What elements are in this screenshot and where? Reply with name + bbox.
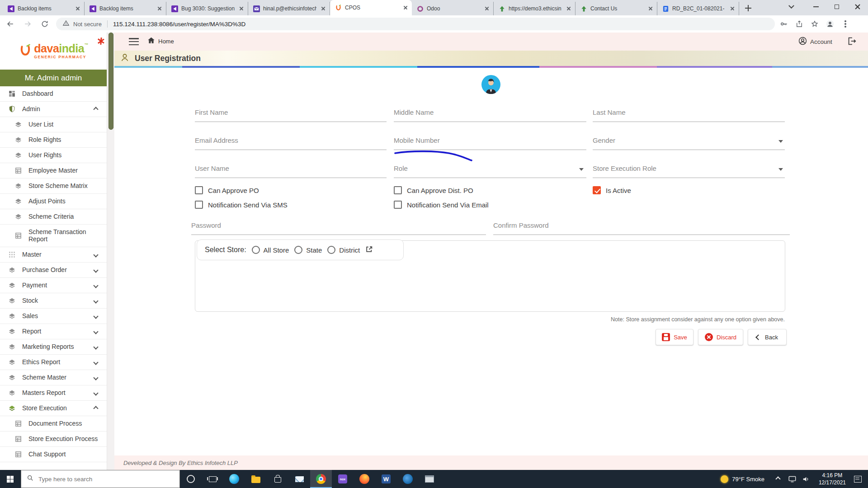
tab-spreadsheet[interactable]: RD_B2C_01-082021- B <box>657 2 739 15</box>
gender-dropdown-icon[interactable] <box>778 140 783 143</box>
volume-tray-icon[interactable] <box>802 476 810 483</box>
refresh-icon[interactable] <box>38 17 52 31</box>
profile-avatar-icon[interactable] <box>824 18 836 30</box>
tab-backlog-2[interactable]: Backlog items <box>85 2 166 15</box>
taskbar-icon-app-window[interactable] <box>419 470 440 488</box>
notification-sms-checkbox[interactable]: Notification Send Via SMS <box>195 201 288 209</box>
taskbar-icon-firefox[interactable] <box>354 470 375 488</box>
tab-bug-3030[interactable]: Bug 3030: Suggestion <box>166 2 248 15</box>
sidebar-item-payment[interactable]: Payment <box>0 278 107 293</box>
sidebar-item-adjust-points[interactable]: Adjust Points <box>0 194 107 209</box>
username-field[interactable]: User Name <box>195 164 229 172</box>
sidebar-item-dashboard[interactable]: Dashboard <box>0 86 107 102</box>
all-store-radio[interactable]: All Store <box>252 246 289 254</box>
tab-mail[interactable]: hinal.p@ethicsinfotech <box>248 2 330 15</box>
avatar[interactable] <box>481 75 501 96</box>
sidebar-item-store-scheme-matrix[interactable]: Store Scheme Matrix <box>0 178 107 194</box>
role-select[interactable]: Role <box>394 164 408 172</box>
sidebar-item-master[interactable]: Master <box>0 247 107 263</box>
state-radio[interactable]: State <box>294 246 322 254</box>
tab-close-icon[interactable] <box>483 5 491 12</box>
taskbar-icon-thunderbird[interactable] <box>397 470 419 488</box>
store-execution-role-dropdown-icon[interactable] <box>778 168 783 171</box>
sidebar-item-store-execution-process[interactable]: Store Execution Process <box>0 432 107 447</box>
taskbar-clock[interactable]: 4:16 PM 12/17/2021 <box>819 472 846 486</box>
discard-button[interactable]: Discard <box>698 329 743 345</box>
sidebar-item-purchase-order[interactable]: Purchase Order <box>0 263 107 278</box>
tab-close-icon[interactable] <box>565 5 572 12</box>
taskbar-icon-store[interactable] <box>267 470 288 488</box>
sidebar-item-scheme-transaction-report[interactable]: Scheme Transaction Report <box>0 225 107 247</box>
sidebar-item-sales[interactable]: Sales <box>0 309 107 324</box>
is-active-checkbox[interactable]: Is Active <box>593 186 631 194</box>
sidebar-item-chat-support[interactable]: Chat Support <box>0 447 107 462</box>
weather-widget[interactable]: 79°F Smoke <box>721 475 771 483</box>
tab-close-icon[interactable] <box>729 5 736 12</box>
password-field[interactable]: Password <box>191 221 221 229</box>
share-icon[interactable] <box>793 18 806 30</box>
sidebar-item-admin[interactable]: Admin <box>0 102 107 117</box>
district-radio[interactable]: District <box>327 246 360 254</box>
tab-close-icon[interactable] <box>647 5 654 12</box>
tab-cpos-active[interactable]: CPOS <box>330 0 412 15</box>
menu-dots-icon[interactable] <box>839 18 852 30</box>
middle-name-field[interactable]: Middle Name <box>394 108 434 116</box>
search-input[interactable] <box>38 476 165 483</box>
sidebar-item-scheme-criteria[interactable]: Scheme Criteria <box>0 209 107 225</box>
forward-icon[interactable] <box>21 17 34 31</box>
mobile-field[interactable]: Mobile Number <box>394 136 440 144</box>
sidebar-item-marketing-reports[interactable]: Marketing Reports <box>0 339 107 355</box>
taskbar-icon-mail[interactable] <box>288 470 310 488</box>
sidebar-item-scheme-master[interactable]: Scheme Master <box>0 370 107 385</box>
tab-close-icon[interactable] <box>156 5 163 12</box>
can-approve-po-checkbox[interactable]: Can Approve PO <box>195 186 259 194</box>
key-icon[interactable] <box>778 18 790 30</box>
restore-button[interactable] <box>826 0 847 14</box>
tab-close-icon[interactable] <box>74 5 81 12</box>
close-button[interactable] <box>847 0 868 14</box>
action-center-icon[interactable] <box>854 476 862 483</box>
taskbar-icon-file-explorer[interactable] <box>245 470 267 488</box>
notification-email-checkbox[interactable]: Notification Send Via Email <box>394 201 489 209</box>
taskbar-icon-word[interactable]: W <box>375 470 397 488</box>
url-bar[interactable]: Not secure 115.124.111.238:8086/user/reg… <box>56 18 775 30</box>
tab-demo3[interactable]: https://demo3.ethicsin <box>494 2 576 15</box>
tab-close-icon[interactable] <box>238 5 245 12</box>
email-field[interactable]: Email Address <box>195 136 238 144</box>
new-tab-button[interactable] <box>742 2 755 14</box>
sidebar-item-stock[interactable]: Stock <box>0 293 107 309</box>
tab-close-icon[interactable] <box>320 5 327 12</box>
bookmark-star-icon[interactable] <box>808 18 821 30</box>
taskbar-icon-chrome[interactable] <box>310 470 332 488</box>
start-button[interactable] <box>0 470 21 488</box>
logout-icon[interactable] <box>847 36 857 48</box>
tab-search-button[interactable] <box>781 0 802 14</box>
gender-select[interactable]: Gender <box>593 136 615 144</box>
store-execution-role-select[interactable]: Store Execution Role <box>593 164 656 172</box>
sidebar-item-store-execution[interactable]: Store Execution <box>0 401 107 416</box>
scrollbar-thumb[interactable] <box>108 33 113 130</box>
sidebar-scrollbar[interactable] <box>107 33 114 470</box>
display-tray-icon[interactable] <box>788 476 796 483</box>
sidebar-item-user-list[interactable]: User List <box>0 117 107 132</box>
sidebar-item-report[interactable]: Report <box>0 324 107 339</box>
sidebar-item-masters-report[interactable]: Masters Report <box>0 385 107 401</box>
back-icon[interactable] <box>4 17 17 31</box>
taskbar-icon-nox[interactable]: nox <box>332 470 354 488</box>
taskbar-icon-cortana[interactable] <box>180 470 202 488</box>
back-button[interactable]: Back <box>748 329 787 345</box>
external-link-icon[interactable] <box>365 245 373 255</box>
save-button[interactable]: Save <box>656 329 693 345</box>
sidebar-item-ethics-report[interactable]: Ethics Report <box>0 355 107 370</box>
hidden-icons-chevron[interactable] <box>775 476 780 481</box>
account-button[interactable]: Account <box>798 36 832 47</box>
taskbar-search[interactable] <box>21 470 180 488</box>
sidebar-item-document-process[interactable]: Document Process <box>0 416 107 432</box>
sidebar-item-role-rights[interactable]: Role Rights <box>0 132 107 148</box>
confirm-password-field[interactable]: Confirm Password <box>493 221 549 229</box>
tab-close-icon[interactable] <box>402 4 409 11</box>
can-approve-dist-po-checkbox[interactable]: Can Approve Dist. PO <box>394 186 473 194</box>
tab-backlog-1[interactable]: Backlog items <box>3 2 85 15</box>
taskbar-icon-task-view[interactable] <box>202 470 223 488</box>
role-dropdown-icon[interactable] <box>579 168 584 171</box>
